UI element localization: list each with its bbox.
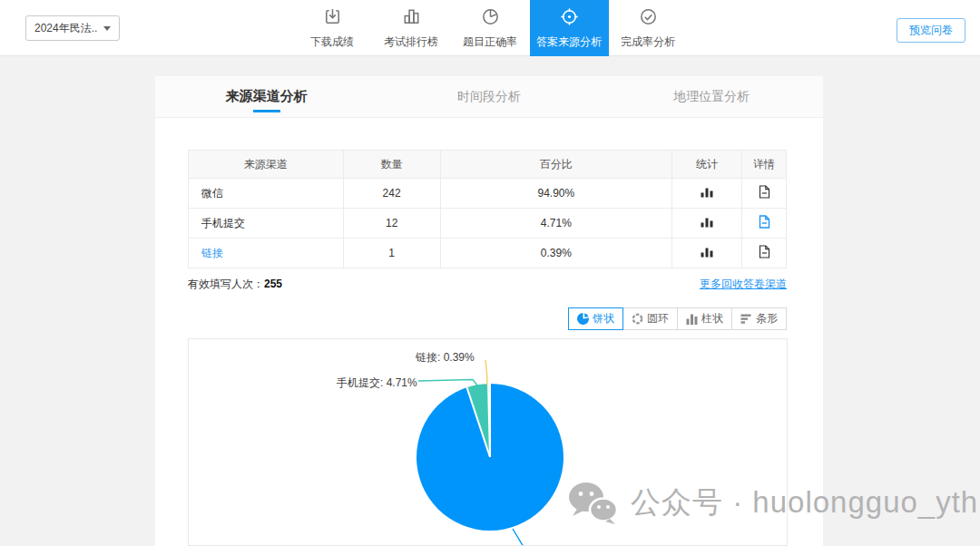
chart-type-label: 条形 bbox=[756, 311, 778, 327]
col-header-channel: 来源渠道 bbox=[189, 151, 344, 179]
channel-cell: 微信 bbox=[189, 179, 344, 209]
chart-type-label: 柱状 bbox=[701, 311, 723, 327]
top-bar: 2024年民法... 下载成绩 考试排行榜 bbox=[0, 0, 980, 56]
check-circle-icon bbox=[638, 6, 659, 31]
stats-bar-icon[interactable] bbox=[701, 186, 713, 198]
summary-value: 255 bbox=[264, 278, 282, 290]
chart-type-hbar-button[interactable]: 条形 bbox=[731, 307, 787, 330]
source-channel-table: 来源渠道 数量 百分比 统计 详情 微信 242 94.90% 手机提交 12 … bbox=[188, 150, 787, 268]
count-cell: 12 bbox=[343, 209, 440, 239]
toolbar-item-label: 题目正确率 bbox=[463, 34, 517, 50]
pie-icon bbox=[577, 313, 589, 325]
col-header-stats: 统计 bbox=[672, 151, 742, 179]
valid-responses-summary: 有效填写人次：255 bbox=[188, 277, 282, 292]
table-row: 微信 242 94.90% bbox=[189, 179, 787, 209]
hbar-icon bbox=[740, 313, 752, 325]
table-header-row: 来源渠道 数量 百分比 统计 详情 bbox=[189, 151, 787, 179]
pie-chart-container: 链接: 0.39% 手机提交: 4.71% bbox=[188, 338, 788, 546]
target-icon bbox=[559, 6, 580, 31]
stats-bar-icon[interactable] bbox=[701, 246, 713, 258]
toolbar-item-question-accuracy[interactable]: 题目正确率 bbox=[451, 0, 530, 56]
detail-doc-icon[interactable] bbox=[759, 215, 770, 229]
tab-source-channel[interactable]: 来源渠道分析 bbox=[155, 76, 377, 117]
detail-doc-icon[interactable] bbox=[759, 185, 770, 199]
col-header-detail: 详情 bbox=[742, 151, 787, 179]
column-icon bbox=[686, 313, 698, 325]
download-icon bbox=[322, 6, 343, 31]
chart-type-ring-button[interactable]: 圆环 bbox=[622, 307, 678, 330]
toolbar-item-label: 下载成绩 bbox=[310, 34, 354, 50]
chart-type-column-button[interactable]: 柱状 bbox=[677, 307, 732, 330]
stats-bar-icon[interactable] bbox=[701, 216, 713, 228]
toolbar-item-answer-source[interactable]: 答案来源分析 bbox=[530, 0, 609, 56]
chart-type-selector: 饼状 圆环 柱状 条形 bbox=[569, 307, 787, 330]
percent-cell: 94.90% bbox=[440, 179, 672, 209]
tab-geo-location[interactable]: 地理位置分析 bbox=[601, 76, 823, 117]
ring-icon bbox=[632, 313, 643, 325]
pie-label-mobile: 手机提交: 4.71% bbox=[337, 375, 417, 391]
toolbar-item-download-scores[interactable]: 下载成绩 bbox=[293, 0, 372, 56]
percent-cell: 0.39% bbox=[440, 239, 672, 268]
tab-label: 地理位置分析 bbox=[673, 89, 750, 105]
channel-link[interactable]: 链接 bbox=[201, 247, 223, 259]
analysis-toolbar: 下载成绩 考试排行榜 题目正确率 bbox=[0, 0, 980, 56]
analysis-panel: 来源渠道分析 时间段分析 地理位置分析 来源渠道 数量 百分比 统计 详情 微信… bbox=[155, 76, 823, 546]
summary-label: 有效填写人次： bbox=[188, 278, 264, 290]
channel-cell: 手机提交 bbox=[189, 209, 344, 239]
col-header-percent: 百分比 bbox=[440, 151, 672, 179]
chart-type-label: 圆环 bbox=[647, 311, 669, 327]
toolbar-item-exam-ranking[interactable]: 考试排行榜 bbox=[372, 0, 451, 56]
toolbar-item-label: 完成率分析 bbox=[621, 34, 675, 50]
count-cell: 1 bbox=[343, 239, 440, 268]
toolbar-item-completion-rate[interactable]: 完成率分析 bbox=[609, 0, 688, 56]
pie-chart-icon bbox=[480, 6, 501, 31]
table-row: 链接 1 0.39% bbox=[189, 239, 787, 268]
toolbar-item-label: 考试排行榜 bbox=[384, 34, 438, 50]
count-cell: 242 bbox=[343, 179, 440, 209]
tab-label: 时间段分析 bbox=[457, 89, 521, 105]
chart-type-pie-button[interactable]: 饼状 bbox=[568, 307, 623, 330]
toolbar-item-label: 答案来源分析 bbox=[536, 34, 602, 50]
tab-time-period[interactable]: 时间段分析 bbox=[377, 76, 600, 117]
pie-chart[interactable] bbox=[416, 384, 564, 531]
ranking-icon bbox=[401, 6, 422, 31]
analysis-tabs: 来源渠道分析 时间段分析 地理位置分析 bbox=[155, 76, 823, 118]
pie-label-link: 链接: 0.39% bbox=[416, 350, 475, 366]
active-tab-underline bbox=[253, 110, 280, 112]
col-header-count: 数量 bbox=[343, 151, 440, 179]
percent-cell: 4.71% bbox=[440, 209, 672, 239]
table-row: 手机提交 12 4.71% bbox=[189, 209, 787, 239]
chart-type-label: 饼状 bbox=[593, 311, 614, 327]
more-channels-link[interactable]: 更多回收答卷渠道 bbox=[700, 277, 787, 292]
tab-label: 来源渠道分析 bbox=[226, 88, 308, 105]
preview-survey-button[interactable]: 预览问卷 bbox=[897, 18, 965, 43]
detail-doc-icon[interactable] bbox=[759, 245, 770, 258]
